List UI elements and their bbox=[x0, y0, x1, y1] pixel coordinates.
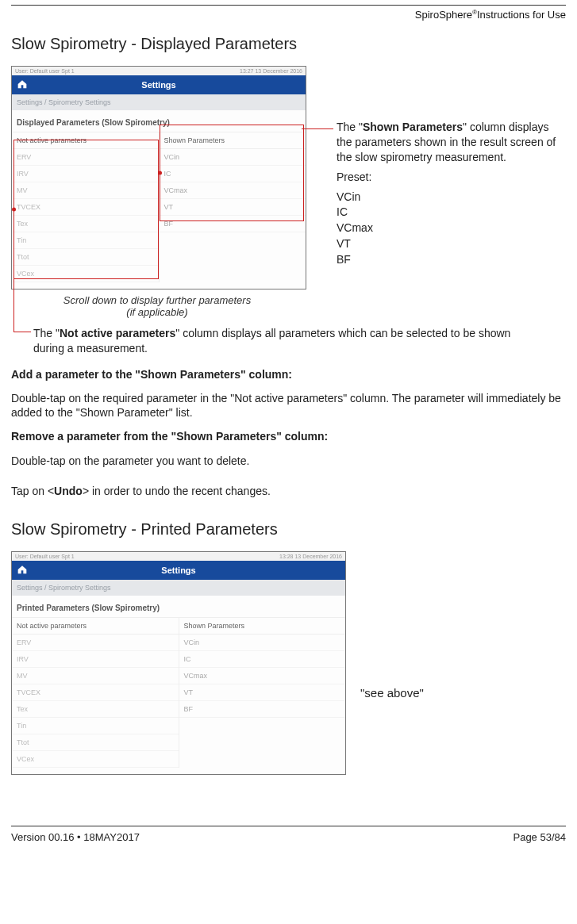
figure-displayed-parameters: User: Default user Spt 1 13:27 13 Decemb… bbox=[11, 66, 566, 318]
list-item: VCmax bbox=[160, 182, 306, 199]
list-item: TVCEX bbox=[12, 199, 159, 216]
preset-item: BF bbox=[337, 252, 567, 267]
see-above-text: "see above" bbox=[360, 686, 424, 700]
list-item: Tex bbox=[12, 216, 159, 232]
list-item: BF bbox=[160, 216, 306, 232]
preset-list: VCin IC VCmax VT BF bbox=[337, 190, 567, 267]
list-item: Ttot bbox=[12, 734, 179, 751]
footer: Version 00.16 • 18MAY2017 Page 53/84 bbox=[11, 826, 566, 849]
titlebar-text: Settings bbox=[141, 80, 175, 90]
list-item: VCin bbox=[179, 635, 346, 651]
doc-header: SpiroSphere® Instructions for Use bbox=[11, 6, 566, 29]
list-item: IC bbox=[179, 651, 346, 668]
list-item: MV bbox=[12, 182, 159, 199]
add-heading: Add a parameter to the "Shown Parameters… bbox=[11, 367, 566, 381]
list-item: Tex bbox=[12, 701, 179, 718]
status-right: 13:27 13 December 2016 bbox=[240, 68, 302, 74]
breadcrumb: Settings / Spirometry Settings bbox=[12, 580, 345, 596]
breadcrumb: Settings / Spirometry Settings bbox=[12, 94, 306, 110]
scroll-note: Scroll down to display further parameter… bbox=[27, 294, 287, 318]
preset-item: VT bbox=[337, 236, 567, 251]
list-item: IRV bbox=[12, 651, 179, 668]
preset-item: VCin bbox=[337, 190, 567, 205]
header-tail: Instructions for Use bbox=[477, 9, 566, 21]
list-item: VCmax bbox=[179, 668, 346, 684]
preset-item: IC bbox=[337, 205, 567, 220]
home-icon bbox=[17, 565, 28, 574]
add-text: Double-tap on the required parameter in … bbox=[11, 391, 566, 420]
col-head-shown: Shown Parameters bbox=[160, 132, 306, 149]
preset-item: VCmax bbox=[337, 220, 567, 236]
list-item: TVCEX bbox=[12, 684, 179, 701]
undo-text: Tap on <Undo> in order to undo the recen… bbox=[11, 484, 566, 498]
list-item: ERV bbox=[12, 635, 179, 651]
preset-label: Preset: bbox=[337, 170, 567, 185]
product-name: SpiroSphere bbox=[415, 9, 472, 21]
list-item: MV bbox=[12, 668, 179, 684]
callout-line bbox=[302, 128, 333, 129]
col-head-shown: Shown Parameters bbox=[179, 618, 346, 635]
list-item: BF bbox=[179, 701, 346, 718]
footer-version: Version 00.16 • 18MAY2017 bbox=[11, 831, 140, 843]
status-right: 13:28 13 December 2016 bbox=[279, 554, 342, 559]
list-item: VT bbox=[160, 199, 306, 216]
side-text-shown-parameters: The "Shown Parameters" column displays t… bbox=[337, 120, 567, 268]
col-head-not-active: Not active parameters bbox=[12, 618, 179, 635]
remove-text: Double-tap on the parameter you want to … bbox=[11, 454, 566, 468]
panel-title: Printed Parameters (Slow Spirometry) bbox=[12, 596, 345, 617]
list-item: VCex bbox=[12, 266, 159, 282]
panel-title: Displayed Parameters (Slow Spirometry) bbox=[12, 110, 306, 132]
callout-text-not-active: The "Not active parameters" column displ… bbox=[33, 326, 525, 356]
list-item: Ttot bbox=[12, 249, 159, 266]
screenshot-displayed: User: Default user Spt 1 13:27 13 Decemb… bbox=[11, 66, 306, 289]
status-left: User: Default user Spt 1 bbox=[15, 68, 75, 74]
figure-printed-parameters: User: Default user Spt 1 13:28 13 Decemb… bbox=[11, 551, 566, 797]
status-left: User: Default user Spt 1 bbox=[15, 554, 75, 559]
list-item: VCin bbox=[160, 149, 306, 166]
list-item: Tin bbox=[12, 232, 159, 249]
screenshot-printed: User: Default user Spt 1 13:28 13 Decemb… bbox=[11, 551, 346, 775]
list-item: IRV bbox=[12, 166, 159, 182]
list-item: VT bbox=[179, 684, 346, 701]
home-icon bbox=[17, 79, 28, 89]
list-item: Tin bbox=[12, 718, 179, 734]
footer-page: Page 53/84 bbox=[513, 831, 566, 843]
titlebar-text: Settings bbox=[161, 566, 195, 575]
col-head-not-active: Not active parameters bbox=[12, 132, 159, 149]
list-item: VCex bbox=[12, 751, 179, 768]
section-title-displayed: Slow Spirometry - Displayed Parameters bbox=[11, 35, 566, 53]
callout-line bbox=[13, 332, 31, 332]
section-title-printed: Slow Spirometry - Printed Parameters bbox=[11, 520, 566, 539]
remove-heading: Remove a parameter from the "Shown Param… bbox=[11, 429, 566, 443]
body-text: Add a parameter to the "Shown Parameters… bbox=[11, 367, 566, 498]
list-item: IC bbox=[160, 166, 306, 182]
list-item: ERV bbox=[12, 149, 159, 166]
